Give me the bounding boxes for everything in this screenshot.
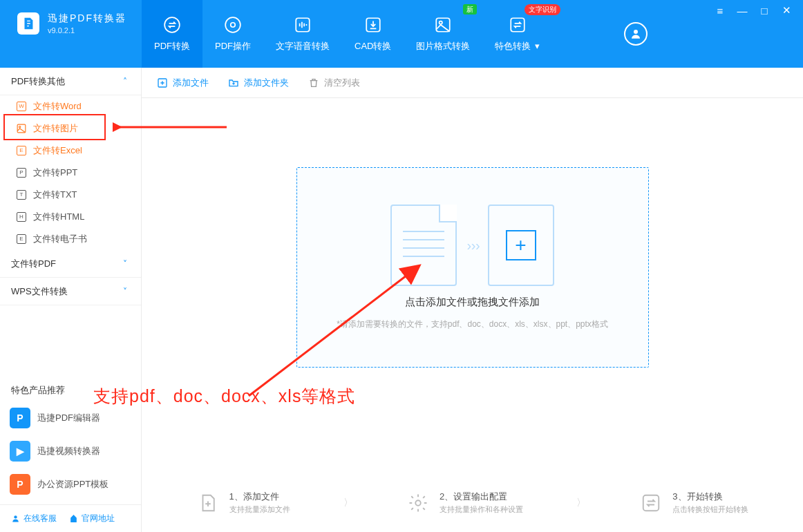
- svg-point-0: [164, 17, 180, 32]
- user-icon: [624, 22, 648, 46]
- download-icon: [363, 15, 383, 35]
- pdf-editor-icon: P: [10, 408, 30, 428]
- image-icon: [17, 124, 26, 133]
- plus-box-icon: [157, 77, 168, 88]
- sidebar-item-to-ebook[interactable]: E文件转电子书: [0, 228, 141, 250]
- star-convert-icon: [508, 15, 527, 35]
- steps-bar: 1、添加文件 支持批量添加文件 〉 2、设置输出配置 支持批量操作和各种设置 〉…: [142, 491, 803, 515]
- sidebar: PDF转换其他 ˄ W文件转Word 文件转图片 E文件转Excel P文件转P…: [0, 68, 142, 532]
- drop-hint: *请添加需要转换的文件，支持pdf、doc、docx、xls、xlsx、ppt、…: [337, 319, 608, 330]
- app-logo-icon: [17, 12, 39, 35]
- toolbar: 添加文件 添加文件夹 清空列表: [142, 68, 803, 98]
- target-icon: [223, 15, 243, 35]
- plus-icon: +: [506, 230, 536, 260]
- tab-pdf-operate[interactable]: PDF操作: [202, 0, 263, 68]
- add-folder-button[interactable]: 添加文件夹: [228, 77, 289, 89]
- tab-image-format[interactable]: 新 图片格式转换: [404, 0, 482, 68]
- svg-point-1: [225, 17, 240, 32]
- sidebar-item-to-txt[interactable]: T文件转TXT: [0, 184, 141, 206]
- step-1: 1、添加文件 支持批量添加文件: [196, 491, 290, 515]
- website-link[interactable]: 官网地址: [69, 513, 115, 524]
- svg-point-13: [415, 500, 421, 506]
- footer-links: 在线客服 官网地址: [0, 504, 141, 532]
- ocr-badge: 文字识别: [525, 4, 560, 15]
- chevron-down-icon: ▾: [535, 41, 540, 51]
- tab-pdf-convert[interactable]: PDF转换: [142, 0, 202, 68]
- sidebar-item-to-html[interactable]: H文件转HTML: [0, 206, 141, 228]
- image-icon: [433, 15, 453, 35]
- sidebar-item-to-excel[interactable]: E文件转Excel: [0, 140, 141, 162]
- video-icon: ▶: [10, 441, 30, 462]
- svg-point-10: [19, 126, 21, 128]
- user-area[interactable]: [624, 0, 648, 68]
- svg-rect-14: [643, 495, 659, 511]
- logo-area: 迅捷PDF转换器 v9.0.2.1: [0, 0, 142, 68]
- side-group-file-to-pdf[interactable]: 文件转PDF ˅: [0, 250, 141, 278]
- tab-text-audio[interactable]: 文字语音转换: [263, 0, 342, 68]
- close-button[interactable]: ✕: [780, 4, 793, 17]
- svg-point-11: [14, 515, 17, 518]
- app-version: v9.0.2.1: [48, 26, 126, 35]
- drop-graphics: › › › +: [390, 205, 554, 286]
- svg-rect-3: [296, 18, 310, 32]
- chevron-right-icon: 〉: [343, 497, 353, 509]
- svg-point-6: [440, 21, 442, 24]
- arrows-icon: › › ›: [466, 238, 478, 254]
- sidebar-item-to-ppt[interactable]: P文件转PPT: [0, 162, 141, 184]
- drop-title: 点击添加文件或拖拽文件添加: [405, 296, 540, 309]
- svg-point-8: [634, 30, 638, 34]
- app-title: 迅捷PDF转换器: [48, 12, 126, 25]
- clear-list-button[interactable]: 清空列表: [308, 77, 360, 89]
- add-box-icon: +: [488, 205, 554, 286]
- featured-ppt-template[interactable]: P 办公资源PPT模板: [10, 471, 131, 497]
- sidebar-item-to-image[interactable]: 文件转图片: [0, 117, 141, 140]
- side-group-pdf-to-other[interactable]: PDF转换其他 ˄: [0, 68, 141, 95]
- featured-pdf-editor[interactable]: P 迅捷PDF编辑器: [10, 405, 131, 431]
- menu-icon[interactable]: ≡: [714, 5, 726, 17]
- minimize-button[interactable]: —: [736, 5, 748, 17]
- tab-special[interactable]: 文字识别 特色转换 ▾: [482, 0, 552, 68]
- svg-point-2: [231, 23, 236, 28]
- chevron-right-icon: 〉: [576, 497, 586, 509]
- featured-video-converter[interactable]: ▶ 迅捷视频转换器: [10, 438, 131, 464]
- main-tabs: PDF转换 PDF操作 文字语音转换 CAD转换 新 图片格式转换 文字识别 特…: [142, 0, 552, 68]
- dropzone[interactable]: › › › + 点击添加文件或拖拽文件添加 *请添加需要转换的文件，支持pdf、…: [296, 167, 649, 368]
- new-badge: 新: [463, 4, 477, 15]
- sidebar-item-to-word[interactable]: W文件转Word: [0, 95, 141, 117]
- chevron-down-icon: ˅: [123, 287, 127, 296]
- folder-plus-icon: [228, 77, 239, 88]
- online-service-link[interactable]: 在线客服: [11, 513, 57, 524]
- audio-icon: [293, 15, 312, 35]
- swap-icon: [162, 15, 182, 35]
- window-controls: ≡ — □ ✕: [714, 4, 793, 17]
- main-area: 添加文件 添加文件夹 清空列表 › › › + 点击添加文件或拖拽文件: [142, 68, 803, 532]
- gear-icon: [406, 491, 430, 515]
- svg-rect-7: [511, 18, 525, 32]
- ppt-icon: P: [10, 474, 30, 495]
- trash-icon: [308, 77, 319, 88]
- featured-title: 特色产品推荐: [0, 384, 141, 397]
- step-3: 3、开始转换 点击转换按钮开始转换: [639, 491, 748, 515]
- maximize-button[interactable]: □: [758, 5, 771, 17]
- chevron-down-icon: ˅: [123, 259, 127, 269]
- convert-icon: [639, 491, 663, 515]
- chevron-up-icon: ˄: [123, 77, 127, 86]
- app-header: 迅捷PDF转换器 v9.0.2.1 PDF转换 PDF操作 文字语音转换 CAD…: [0, 0, 803, 68]
- step-2: 2、设置输出配置 支持批量操作和各种设置: [406, 491, 523, 515]
- file-plus-icon: [196, 491, 220, 515]
- side-group-wps[interactable]: WPS文件转换 ˅: [0, 278, 141, 305]
- add-file-button[interactable]: 添加文件: [157, 77, 209, 89]
- tab-cad[interactable]: CAD转换: [342, 0, 404, 68]
- document-icon: [390, 205, 457, 286]
